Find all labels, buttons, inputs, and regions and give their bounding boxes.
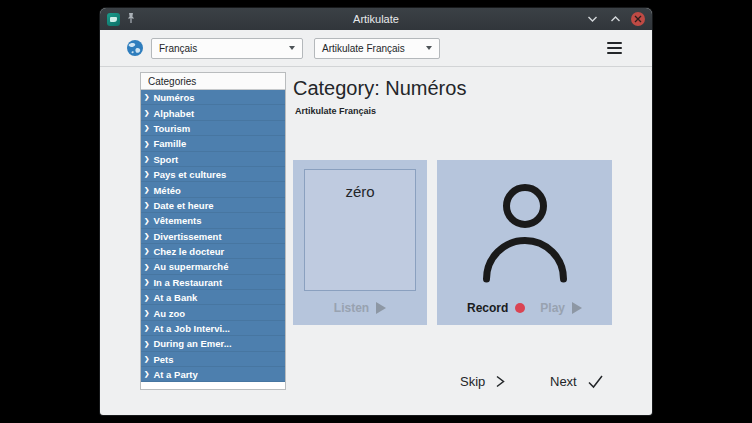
play-triangle-icon <box>376 302 386 314</box>
chevron-right-icon: ❯ <box>144 110 149 117</box>
chevron-right-icon: ❯ <box>144 156 149 163</box>
user-silhouette-icon <box>477 177 572 287</box>
chevron-right-icon: ❯ <box>144 264 149 271</box>
sidebar-item[interactable]: ❯In a Restaurant <box>141 275 285 290</box>
language-dropdown-value: Français <box>159 43 197 54</box>
chevron-right-icon: ❯ <box>144 356 149 363</box>
chevron-right-icon: ❯ <box>144 141 149 148</box>
sidebar-item-label: Alphabet <box>153 108 194 119</box>
sidebar-item[interactable]: ❯Famille <box>141 136 285 151</box>
chevron-right-icon: ❯ <box>144 295 149 302</box>
category-list: ❯Numéros❯Alphabet❯Tourism❯Famille❯Sport❯… <box>141 90 285 382</box>
phrase-text: zéro <box>345 183 374 290</box>
chevron-right-icon: ❯ <box>144 248 149 255</box>
sidebar-item-label: Tourism <box>153 123 190 134</box>
next-label: Next <box>550 374 577 389</box>
language-dropdown[interactable]: Français <box>151 38 303 59</box>
chevron-right-icon: ❯ <box>144 202 149 209</box>
chevron-right-icon: ❯ <box>144 233 149 240</box>
sidebar-item-label: Au supermarché <box>153 261 228 272</box>
sidebar-item-label: Date et heure <box>153 200 213 211</box>
chevron-right-icon <box>495 374 506 389</box>
sidebar-item-label: During an Emer... <box>153 338 231 349</box>
sidebar-item[interactable]: ❯Sport <box>141 152 285 167</box>
sidebar-item-label: At a Party <box>153 369 197 380</box>
chevron-right-icon: ❯ <box>144 218 149 225</box>
sidebar-item[interactable]: ❯At a Job Intervi... <box>141 321 285 336</box>
sidebar-item-label: At a Job Intervi... <box>153 323 230 334</box>
sidebar-item-label: Sport <box>153 154 178 165</box>
play-label[interactable]: Play <box>540 301 565 315</box>
skip-button[interactable]: Skip <box>460 369 506 393</box>
chevron-right-icon: ❯ <box>144 279 149 286</box>
sidebar-item[interactable]: ❯At a Party <box>141 367 285 382</box>
sidebar-item[interactable]: ❯Météo <box>141 182 285 197</box>
sidebar-item[interactable]: ❯Au zoo <box>141 305 285 320</box>
listen-label: Listen <box>334 301 369 315</box>
sidebar-item[interactable]: ❯At a Bank <box>141 290 285 305</box>
next-button[interactable]: Next <box>550 369 604 393</box>
sidebar-item-label: Numéros <box>153 92 194 103</box>
sidebar-item-label: Pets <box>153 354 173 365</box>
titlebar[interactable]: Artikulate <box>100 8 652 30</box>
sidebar-item[interactable]: ❯During an Emer... <box>141 336 285 351</box>
chevron-right-icon: ❯ <box>144 310 149 317</box>
sidebar-item[interactable]: ❯Chez le docteur <box>141 244 285 259</box>
chevron-right-icon: ❯ <box>144 341 149 348</box>
chevron-right-icon: ❯ <box>144 171 149 178</box>
sidebar-item-label: Au zoo <box>153 308 185 319</box>
record-card: Record Play <box>437 160 612 325</box>
sidebar-item[interactable]: ❯Vêtements <box>141 213 285 228</box>
sidebar-item-label: Pays et cultures <box>153 169 226 180</box>
chevron-right-icon: ❯ <box>144 94 149 101</box>
listen-button[interactable]: Listen <box>293 301 427 315</box>
chevron-right-icon: ❯ <box>144 371 149 378</box>
phrase-card: zéro Listen <box>293 160 427 325</box>
sidebar-item[interactable]: ❯Numéros <box>141 90 285 105</box>
sidebar-item[interactable]: ❯Alphabet <box>141 105 285 120</box>
sidebar-item-label: Chez le docteur <box>153 246 224 257</box>
course-dropdown[interactable]: Artikulate Français <box>314 38 440 59</box>
window-title: Artikulate <box>100 13 652 25</box>
record-dot-icon[interactable] <box>515 303 525 313</box>
sidebar-item-label: Vêtements <box>153 215 201 226</box>
pin-icon[interactable] <box>126 12 136 26</box>
chevron-right-icon: ❯ <box>144 187 149 194</box>
close-button[interactable] <box>631 12 645 26</box>
phrase-box: zéro <box>304 169 416 291</box>
sidebar-item-label: Divertissement <box>153 231 221 242</box>
sidebar-item[interactable]: ❯Date et heure <box>141 198 285 213</box>
sidebar-item-label: Météo <box>153 185 180 196</box>
artikulate-window: Artikulate Français <box>100 8 652 415</box>
categories-header: Categories <box>141 73 285 90</box>
content-area: Categories ❯Numéros❯Alphabet❯Tourism❯Fam… <box>100 67 652 415</box>
minimize-button[interactable] <box>585 12 599 26</box>
record-label[interactable]: Record <box>467 301 508 315</box>
sidebar-item[interactable]: ❯Tourism <box>141 121 285 136</box>
sidebar-item-label: In a Restaurant <box>153 277 222 288</box>
hamburger-menu-icon[interactable] <box>607 42 622 54</box>
course-dropdown-value: Artikulate Français <box>322 43 405 54</box>
maximize-button[interactable] <box>608 12 622 26</box>
sidebar-item[interactable]: ❯Divertissement <box>141 229 285 244</box>
sidebar-item-label: At a Bank <box>153 292 197 303</box>
sidebar-item[interactable]: ❯Pets <box>141 352 285 367</box>
artikulate-app-icon <box>107 13 120 26</box>
page-title: Category: Numéros <box>293 77 466 100</box>
chevron-right-icon: ❯ <box>144 325 149 332</box>
checkmark-icon <box>587 374 604 389</box>
page-subtitle: Artikulate Français <box>295 106 376 116</box>
categories-panel: Categories ❯Numéros❯Alphabet❯Tourism❯Fam… <box>140 72 286 390</box>
chevron-down-icon <box>426 46 432 50</box>
sidebar-item[interactable]: ❯Au supermarché <box>141 259 285 274</box>
toolbar: Français Artikulate Français <box>100 30 652 67</box>
chevron-right-icon: ❯ <box>144 125 149 132</box>
globe-language-icon <box>126 39 144 57</box>
skip-label: Skip <box>460 374 485 389</box>
play-triangle-icon <box>572 302 582 314</box>
sidebar-item-label: Famille <box>153 138 186 149</box>
chevron-down-icon <box>289 46 295 50</box>
sidebar-item[interactable]: ❯Pays et cultures <box>141 167 285 182</box>
